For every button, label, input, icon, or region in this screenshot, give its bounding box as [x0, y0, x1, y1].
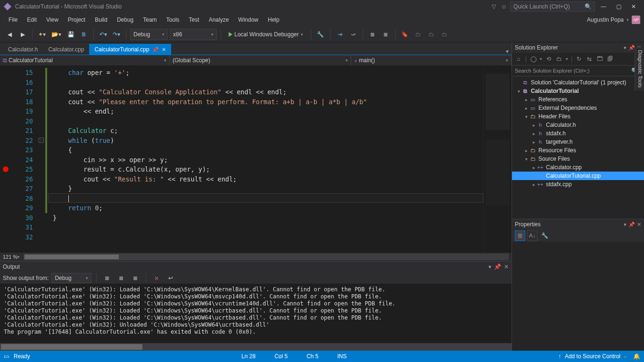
breakpoint-icon[interactable] [3, 166, 8, 172]
tree-node-source-files[interactable]: ▾🗀Source Files [512, 155, 644, 163]
tab-calculator-cpp[interactable]: Calculator.cpp [43, 44, 89, 55]
solution-platform-combo[interactable]: x86▾ [170, 29, 217, 40]
user-avatar[interactable]: AP [632, 16, 640, 24]
user-name-chevron-icon[interactable]: ▾ [627, 17, 629, 22]
notifications-icon[interactable]: ▽ [489, 2, 498, 11]
sx-showall-icon[interactable]: 🗀 [555, 55, 563, 63]
toolbar-icon[interactable]: 🗀 [426, 29, 437, 40]
diagnostic-tools-tab[interactable]: Diagnostic Tools [635, 47, 644, 90]
comment-icon[interactable]: ≣ [367, 29, 378, 40]
menu-build[interactable]: Build [90, 15, 112, 25]
panel-dropdown-icon[interactable]: ▾ [624, 45, 627, 51]
sx-refresh-icon[interactable]: ↻ [575, 55, 583, 63]
undo-button[interactable]: ↶▾ [98, 29, 109, 40]
output-clear-icon[interactable]: ⨯ [151, 272, 162, 284]
panel-close-icon[interactable]: ✕ [637, 222, 641, 228]
menu-edit[interactable]: Edit [22, 15, 41, 25]
zoom-combo[interactable]: 121 % [3, 254, 17, 260]
wrench-icon[interactable]: 🔧 [539, 230, 550, 241]
tree-node-calculator-h[interactable]: ▸hCalculator.h [512, 121, 644, 129]
bookmark-icon[interactable]: 🔖 [399, 29, 411, 40]
maximize-button[interactable]: ▢ [612, 1, 625, 12]
output-wrap-icon[interactable]: ↩ [165, 272, 176, 284]
output-text[interactable]: 'CalculatorTutorial.exe' (Win32): Loaded… [0, 284, 512, 343]
tab-overflow-icon[interactable]: ▾ [506, 48, 509, 55]
tab-calculator-h[interactable]: Calculator.h [3, 44, 43, 55]
tab-calculatortutorial-cpp[interactable]: CalculatorTutorial.cpp 📌 ✕ [89, 44, 171, 55]
fold-toggle-icon[interactable]: − [39, 138, 44, 143]
nav-scope-combo[interactable]: (Global Scope)▾ [170, 55, 351, 66]
toolbar-icon[interactable]: 🔧 [315, 29, 326, 40]
menu-help[interactable]: Help [263, 15, 284, 25]
tree-node-calculatortutorial[interactable]: ▾⧉CalculatorTutorial [512, 87, 644, 95]
output-pin-icon[interactable]: 📌 [494, 263, 501, 270]
toolbar-icon[interactable]: 🗀 [413, 29, 424, 40]
output-tool-icon[interactable]: ≣ [116, 272, 127, 284]
tree-node-resource-files[interactable]: ▸🗀Resource Files [512, 146, 644, 155]
output-scrollbar[interactable] [0, 343, 512, 351]
tree-node-calculatortutorial-cpp[interactable]: ▸++CalculatorTutorial.cpp [512, 172, 644, 180]
panel-pin-icon[interactable]: 📌 [628, 222, 635, 228]
status-notify-icon[interactable]: 🔔 [633, 353, 640, 360]
toolbar-icon[interactable]: 🗀 [439, 29, 450, 40]
nav-back-button[interactable]: ◀ [4, 29, 15, 40]
add-source-control[interactable]: Add to Source Control [565, 353, 620, 360]
categorized-button[interactable]: ⊞ [515, 230, 525, 241]
nav-member-combo[interactable]: ⬨ main()▾ [351, 55, 512, 66]
menu-file[interactable]: File [4, 15, 22, 25]
open-file-button[interactable]: 📂▾ [50, 29, 63, 40]
tree-node-solution-calculatortutorial-1-project-[interactable]: ⧉Solution 'CalculatorTutorial' (1 projec… [512, 78, 644, 87]
step-over-icon[interactable]: ⤻ [347, 29, 359, 40]
new-project-button[interactable]: ✦▾ [36, 29, 48, 40]
menu-tools[interactable]: Tools [162, 15, 184, 25]
solution-tree[interactable]: ⧉Solution 'CalculatorTutorial' (1 projec… [512, 76, 644, 219]
menu-test[interactable]: Test [184, 15, 204, 25]
panel-dropdown-icon[interactable]: ▾ [624, 222, 627, 228]
save-all-button[interactable]: 🗎 [78, 29, 90, 40]
output-close-icon[interactable]: ✕ [504, 263, 509, 270]
sx-collapse-icon[interactable]: ⇆ [586, 55, 593, 63]
sx-preview-icon[interactable]: 🗐 [606, 55, 614, 63]
minimap[interactable]: ⇕ [483, 66, 512, 253]
menu-team[interactable]: Team [138, 15, 161, 25]
tree-node-header-files[interactable]: ▾🗀Header Files [512, 112, 644, 121]
tree-node-stdafx-cpp[interactable]: ▸++stdafx.cpp [512, 180, 644, 189]
user-name[interactable]: Augustin Popa [587, 16, 624, 23]
quick-launch-input[interactable]: Quick Launch (Ctrl+Q) 🔍 [510, 1, 595, 12]
step-into-icon[interactable]: ⇥ [334, 29, 346, 40]
solution-config-combo[interactable]: Debug▾ [130, 29, 168, 40]
menu-window[interactable]: Window [233, 15, 263, 25]
horizontal-scrollbar[interactable] [24, 254, 509, 260]
close-button[interactable]: ✕ [627, 1, 640, 12]
output-dropdown-icon[interactable]: ▾ [488, 263, 491, 270]
output-tool-icon[interactable]: ≣ [101, 272, 113, 284]
source-control-icon[interactable]: ↑ [558, 353, 561, 360]
uncomment-icon[interactable]: ≣ [380, 29, 391, 40]
nav-project-combo[interactable]: ⧉ CalculatorTutorial▾ [0, 55, 170, 66]
menu-project[interactable]: Project [63, 15, 90, 25]
output-tool-icon[interactable]: ≣ [130, 272, 141, 284]
feedback-icon[interactable]: ☺ [500, 2, 508, 11]
menu-analyze[interactable]: Analyze [204, 15, 234, 25]
solution-explorer-search[interactable]: Search Solution Explorer (Ctrl+;) 🔍▾ [512, 65, 644, 76]
tree-node-targetver-h[interactable]: ▸htargetver.h [512, 138, 644, 146]
redo-button[interactable]: ↷▾ [111, 29, 122, 40]
sx-sync-icon[interactable]: ⟲ [545, 55, 553, 63]
sx-back-icon[interactable]: ◯ [529, 55, 537, 63]
close-tab-icon[interactable]: ✕ [162, 47, 166, 53]
tree-node-external-dependencies[interactable]: ▸▭External Dependencies [512, 104, 644, 112]
code-editor[interactable]: 151617181920212223242526272829303132 − c… [0, 66, 512, 253]
sx-properties-icon[interactable]: 🗔 [596, 55, 603, 63]
panel-pin-icon[interactable]: 📌 [628, 45, 635, 51]
tree-node-calculator-cpp[interactable]: ▸++Calculator.cpp [512, 163, 644, 172]
sx-home-icon[interactable]: ⌂ [515, 55, 522, 63]
menu-view[interactable]: View [41, 15, 63, 25]
save-button[interactable]: 💾 [65, 29, 76, 40]
tree-node-stdafx-h[interactable]: ▸hstdafx.h [512, 129, 644, 138]
output-source-combo[interactable]: Debug▾ [51, 273, 91, 283]
pin-icon[interactable]: 📌 [152, 47, 159, 53]
alphabetical-button[interactable]: A↓ [527, 230, 537, 241]
menu-debug[interactable]: Debug [112, 15, 138, 25]
start-debugging-button[interactable]: Local Windows Debugger ▾ [225, 29, 307, 40]
minimize-button[interactable]: — [597, 1, 610, 12]
